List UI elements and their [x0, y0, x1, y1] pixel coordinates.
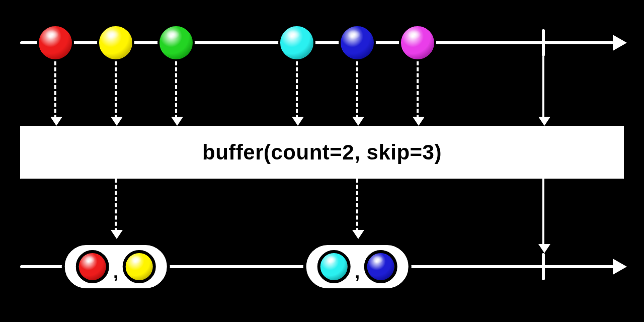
- input-marble-blue: [339, 24, 376, 61]
- comma-separator: ,: [112, 262, 120, 281]
- input-marble-green: [157, 24, 195, 61]
- output-buffer-0-item-yellow: [122, 250, 155, 283]
- input-marble-magenta: [399, 24, 436, 61]
- output-complete-tick: [542, 253, 545, 280]
- connector-in-blue: [356, 61, 358, 119]
- connector-in-yellow: [115, 61, 117, 119]
- connector-out-buffer-0: [115, 179, 117, 232]
- input-marble-red: [37, 24, 74, 61]
- connector-out-buffer-1: [356, 179, 358, 232]
- operator-box: buffer(count=2, skip=3): [20, 126, 624, 179]
- connector-in-cyan: [296, 61, 298, 119]
- operator-label: buffer(count=2, skip=3): [202, 140, 442, 165]
- connector-in-magenta: [417, 61, 419, 119]
- input-complete-tick: [542, 29, 545, 56]
- comma-separator: ,: [354, 262, 361, 281]
- input-marble-cyan: [278, 24, 315, 61]
- marble-diagram: buffer(count=2, skip=3),,: [0, 0, 644, 322]
- output-buffer-0: ,: [62, 242, 170, 291]
- output-buffer-1: ,: [303, 242, 412, 291]
- connector-in-green: [175, 61, 177, 119]
- output-buffer-0-item-red: [76, 250, 109, 283]
- connector-in-complete: [542, 56, 544, 119]
- input-marble-yellow: [97, 24, 134, 61]
- output-buffer-1-item-cyan: [317, 250, 351, 283]
- output-buffer-1-item-blue: [364, 250, 397, 283]
- connector-in-red: [54, 61, 56, 119]
- connector-out-complete: [542, 179, 544, 246]
